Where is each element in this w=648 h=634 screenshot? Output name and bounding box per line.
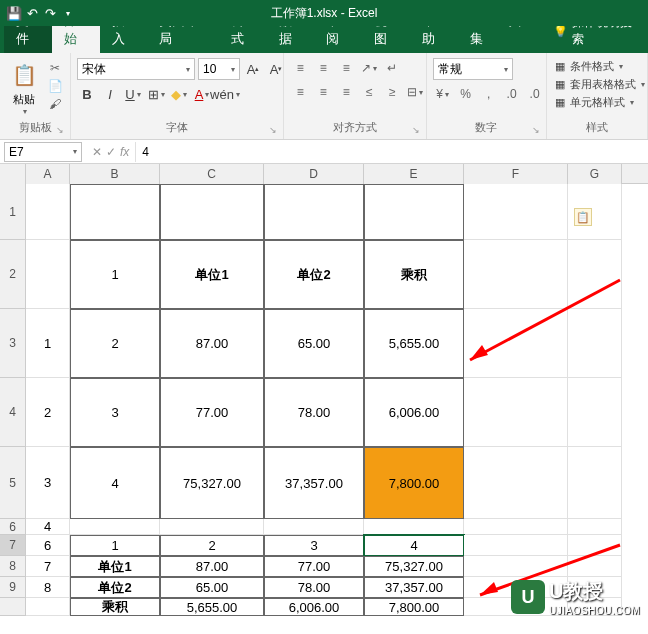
cell[interactable]	[364, 519, 464, 535]
row-header[interactable]: 2	[0, 240, 26, 309]
align-center-icon[interactable]: ≡	[313, 82, 333, 102]
cell[interactable]: 1	[70, 240, 160, 309]
cell[interactable]	[464, 447, 568, 519]
cut-icon[interactable]: ✂	[46, 60, 64, 76]
percent-icon[interactable]: %	[456, 84, 476, 104]
paste-button[interactable]: 📋 粘贴 ▾	[6, 58, 42, 118]
dialog-launcher-icon[interactable]: ↘	[56, 125, 64, 135]
cell[interactable]: 65.00	[160, 577, 264, 598]
cell[interactable]: 37,357.00	[264, 447, 364, 519]
italic-button[interactable]: I	[100, 84, 120, 104]
cell[interactable]	[568, 378, 622, 447]
cell[interactable]	[568, 309, 622, 378]
cell[interactable]: 1	[26, 309, 70, 378]
col-header-G[interactable]: G	[568, 164, 622, 184]
cell[interactable]: 37,357.00	[364, 577, 464, 598]
cell[interactable]: 3	[70, 378, 160, 447]
cell[interactable]	[364, 184, 464, 240]
shrink-font-icon[interactable]: A▾	[266, 59, 286, 79]
cell[interactable]: 7,800.00	[364, 598, 464, 616]
indent-more-icon[interactable]: ≥	[382, 82, 402, 102]
cell[interactable]	[464, 184, 568, 240]
cell[interactable]: 2	[70, 309, 160, 378]
cell[interactable]	[264, 184, 364, 240]
cell[interactable]	[70, 519, 160, 535]
cell[interactable]	[264, 519, 364, 535]
cell[interactable]: 4	[26, 519, 70, 535]
comma-icon[interactable]: ,	[479, 84, 499, 104]
cell[interactable]	[568, 556, 622, 577]
orientation-icon[interactable]: ↗▾	[359, 58, 379, 78]
col-header-A[interactable]: A	[26, 164, 70, 184]
cell[interactable]: 3	[26, 447, 70, 519]
underline-button[interactable]: U▾	[123, 84, 143, 104]
cell[interactable]	[160, 184, 264, 240]
row-header[interactable]: 9	[0, 577, 26, 598]
increase-decimal-icon[interactable]: .0	[502, 84, 522, 104]
cell[interactable]	[464, 309, 568, 378]
cell-selected[interactable]: 4	[364, 535, 464, 556]
cell[interactable]: 3	[264, 535, 364, 556]
save-icon[interactable]: 💾	[6, 5, 22, 21]
cancel-icon[interactable]: ✕	[92, 145, 102, 159]
cell[interactable]: 单位2	[70, 577, 160, 598]
row-header[interactable]: 6	[0, 519, 26, 535]
cell[interactable]	[464, 519, 568, 535]
fx-icon[interactable]: fx	[120, 145, 129, 159]
paste-options-icon[interactable]: 📋	[574, 208, 592, 226]
cell[interactable]: 77.00	[160, 378, 264, 447]
conditional-format-button[interactable]: ▦条件格式▾	[553, 58, 623, 75]
cell[interactable]: 单位2	[264, 240, 364, 309]
cell[interactable]	[160, 519, 264, 535]
number-format-select[interactable]: 常规▾	[433, 58, 513, 80]
grow-font-icon[interactable]: A▴	[243, 59, 263, 79]
cell[interactable]: 4	[70, 447, 160, 519]
align-bottom-icon[interactable]: ≡	[336, 58, 356, 78]
col-header-F[interactable]: F	[464, 164, 568, 184]
cell[interactable]	[464, 378, 568, 447]
align-top-icon[interactable]: ≡	[290, 58, 310, 78]
cell-styles-button[interactable]: ▦单元格样式▾	[553, 94, 634, 111]
cell[interactable]: 75,327.00	[364, 556, 464, 577]
row-header[interactable]: 8	[0, 556, 26, 577]
cell[interactable]	[26, 240, 70, 309]
cell[interactable]	[568, 535, 622, 556]
currency-icon[interactable]: ¥▾	[433, 84, 453, 104]
merge-icon[interactable]: ⊟▾	[405, 82, 425, 102]
dialog-launcher-icon[interactable]: ↘	[412, 125, 420, 135]
row-header[interactable]: 7	[0, 535, 26, 556]
phonetic-button[interactable]: wén▾	[215, 84, 235, 104]
cell[interactable]: 2	[26, 378, 70, 447]
cell[interactable]: 78.00	[264, 378, 364, 447]
table-format-button[interactable]: ▦套用表格格式▾	[553, 76, 645, 93]
bold-button[interactable]: B	[77, 84, 97, 104]
cell[interactable]: 87.00	[160, 556, 264, 577]
cell[interactable]: 5,655.00	[160, 598, 264, 616]
select-all-corner[interactable]	[0, 164, 26, 184]
cell[interactable]	[568, 519, 622, 535]
cell[interactable]	[464, 535, 568, 556]
formula-input[interactable]: 4	[135, 142, 648, 162]
row-header[interactable]: 4	[0, 378, 26, 447]
dialog-launcher-icon[interactable]: ↘	[532, 125, 540, 135]
col-header-C[interactable]: C	[160, 164, 264, 184]
cell[interactable]: 7,800.00	[364, 447, 464, 519]
cell[interactable]	[464, 240, 568, 309]
border-button[interactable]: ⊞▾	[146, 84, 166, 104]
row-header[interactable]: 1	[0, 184, 26, 240]
font-color-button[interactable]: A▾	[192, 84, 212, 104]
cell[interactable]: 单位1	[70, 556, 160, 577]
row-header[interactable]	[0, 598, 26, 616]
cell[interactable]: 2	[160, 535, 264, 556]
wrap-text-icon[interactable]: ↵	[382, 58, 402, 78]
cell[interactable]: 乘积	[364, 240, 464, 309]
cell[interactable]	[464, 556, 568, 577]
col-header-D[interactable]: D	[264, 164, 364, 184]
cell[interactable]: 6	[26, 535, 70, 556]
font-name-select[interactable]: 宋体▾	[77, 58, 195, 80]
col-header-E[interactable]: E	[364, 164, 464, 184]
cell[interactable]: 5,655.00	[364, 309, 464, 378]
col-header-B[interactable]: B	[70, 164, 160, 184]
align-middle-icon[interactable]: ≡	[313, 58, 333, 78]
cell[interactable]: 87.00	[160, 309, 264, 378]
